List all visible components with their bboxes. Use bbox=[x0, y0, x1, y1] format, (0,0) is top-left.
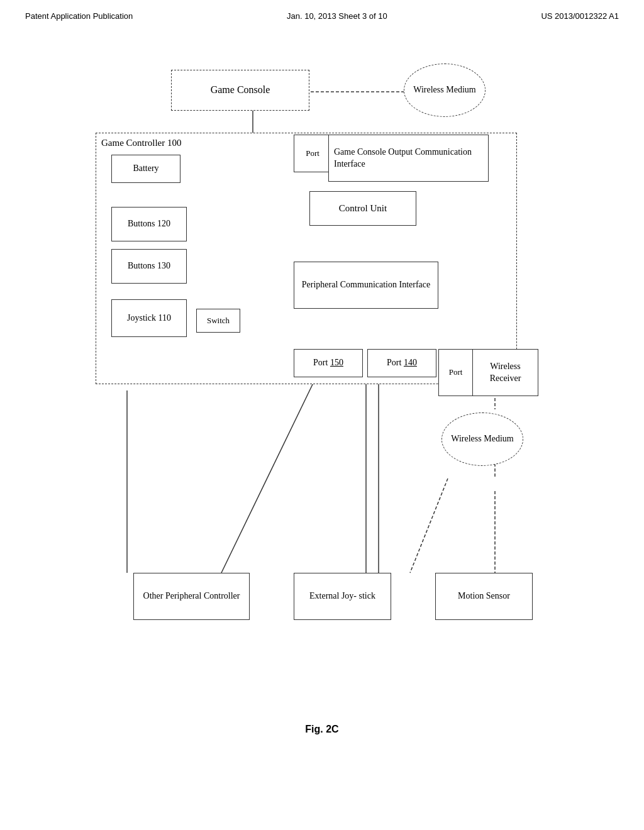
port-game-console-box: Port bbox=[294, 135, 331, 172]
header-left: Patent Application Publication bbox=[25, 11, 133, 21]
page-header: Patent Application Publication Jan. 10, … bbox=[0, 0, 644, 26]
wireless-medium-bottom-box: Wireless Medium bbox=[441, 412, 523, 466]
buttons-120-box: Buttons 120 bbox=[111, 207, 187, 241]
svg-line-16 bbox=[410, 479, 448, 573]
wireless-medium-top-box: Wireless Medium bbox=[404, 64, 486, 117]
joystick-110-box: Joystick 110 bbox=[111, 299, 187, 337]
control-unit-box: Control Unit bbox=[309, 191, 416, 226]
page: Patent Application Publication Jan. 10, … bbox=[0, 0, 644, 830]
figure-caption: Fig. 2C bbox=[0, 724, 644, 735]
motion-sensor-box: Motion Sensor bbox=[435, 573, 533, 620]
svg-line-13 bbox=[221, 378, 316, 573]
battery-box: Battery bbox=[111, 155, 180, 183]
header-center: Jan. 10, 2013 Sheet 3 of 10 bbox=[287, 11, 387, 21]
wireless-receiver-box: Wireless Receiver bbox=[472, 349, 538, 396]
game-console-output-box: Game Console Output Communication Interf… bbox=[328, 135, 489, 182]
port-150-box: Port 150 bbox=[294, 349, 363, 377]
other-peripheral-box: Other Peripheral Controller bbox=[133, 573, 250, 620]
buttons-130-box: Buttons 130 bbox=[111, 249, 187, 284]
game-console-box: Game Console bbox=[171, 70, 309, 111]
peripheral-comm-box: Peripheral Communication Interface bbox=[294, 262, 438, 309]
switch-box: Switch bbox=[196, 309, 240, 333]
port-wireless-box: Port bbox=[438, 349, 473, 396]
header-right: US 2013/0012322 A1 bbox=[541, 11, 619, 21]
port-140-box: Port 140 bbox=[367, 349, 436, 377]
diagram: Game Console Wireless Medium Game Contro… bbox=[77, 51, 567, 711]
external-joystick-box: External Joy- stick bbox=[294, 573, 391, 620]
